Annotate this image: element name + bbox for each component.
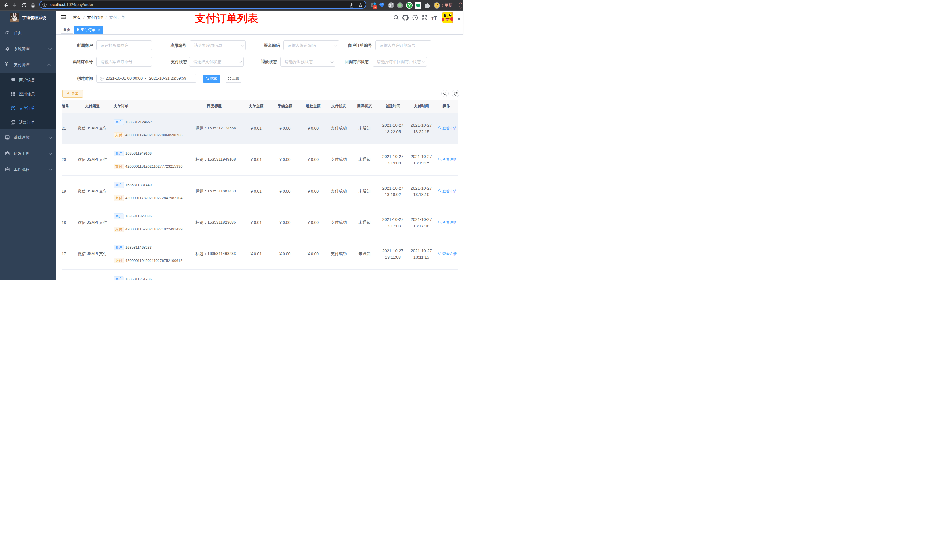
svg-text:10: 10 [374, 6, 377, 9]
svg-text:?: ? [414, 16, 416, 20]
svg-text:¥: ¥ [12, 107, 14, 110]
